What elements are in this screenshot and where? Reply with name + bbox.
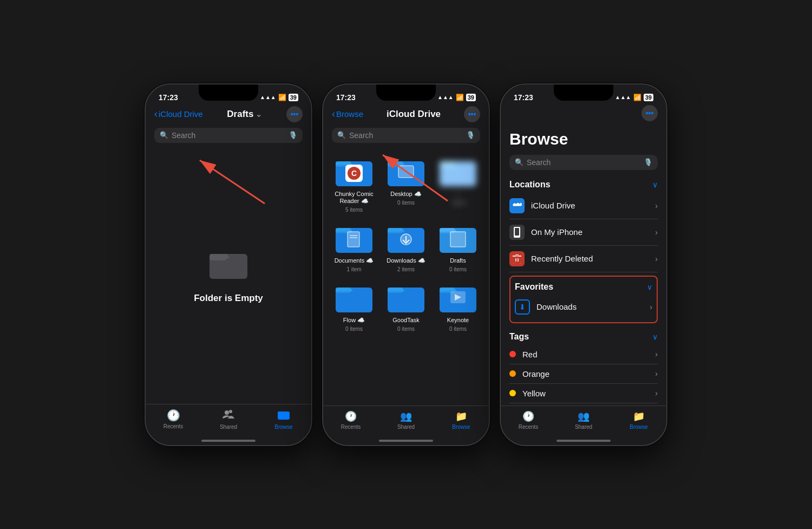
wifi-icon-2: 📶 [456, 94, 464, 101]
folder-grid-2: C Chunky ComicReader ☁️ 5 items [323, 147, 489, 341]
browse-icon-2: 📁 [455, 410, 467, 422]
phones-container: 17:23 ▲▲▲ 📶 39 ‹ iCloud Drive Drafts ⌄ •… [145, 83, 667, 446]
folder-documents[interactable]: Documents ☁️ 1 item [329, 218, 379, 277]
tab-shared-2[interactable]: 👥 Shared [378, 410, 434, 430]
status-icons-3: ▲▲▲ 📶 39 [615, 94, 653, 101]
home-bar-1 [201, 440, 256, 442]
mic-icon-2[interactable]: 🎙️ [466, 131, 475, 139]
home-bar-3 [556, 440, 611, 442]
location-deleted[interactable]: Recently Deleted › [509, 246, 658, 272]
locations-chevron[interactable]: ∨ [652, 180, 658, 189]
time-3: 17:23 [514, 93, 533, 102]
shared-label-2: Shared [397, 424, 415, 430]
back-arrow-2: ‹ [332, 108, 335, 120]
tab-browse-1[interactable]: Browse [256, 409, 311, 430]
folder-icon-keynote [438, 282, 477, 315]
tag-yellow[interactable]: Yellow › [509, 384, 658, 403]
location-deleted-chevron: › [655, 254, 658, 263]
folder-goodtask[interactable]: GoodTask 0 items [381, 278, 431, 336]
locations-title: Locations [509, 180, 551, 190]
location-iphone[interactable]: On My iPhone › [509, 219, 658, 246]
folder-blurred-1[interactable]: ··· · items [433, 152, 483, 217]
folder-count-downloads: 2 items [397, 266, 415, 272]
tab-shared-3[interactable]: 👥 Shared [556, 410, 611, 430]
folder-name-downloads: Downloads ☁️ [387, 257, 425, 264]
phone-notch-1 [199, 84, 258, 101]
folder-count-drafts: 0 items [449, 266, 467, 272]
svg-text:C: C [351, 169, 357, 178]
location-icloud-left: iCloud Drive [509, 198, 575, 213]
shared-icon-2: 👥 [400, 410, 412, 422]
signal-icon-3: ▲▲▲ [615, 94, 631, 100]
time-1: 17:23 [159, 93, 178, 102]
wifi-icon-1: 📶 [278, 94, 286, 101]
favorite-downloads[interactable]: ⬇ Downloads › [515, 294, 652, 320]
search-bar-1[interactable]: 🔍 Search 🎙️ [154, 128, 303, 143]
browse-label-1: Browse [274, 424, 292, 430]
scroll-area-2: C Chunky ComicReader ☁️ 5 items [323, 147, 489, 406]
location-deleted-name: Recently Deleted [531, 254, 593, 263]
more-button-3[interactable]: ••• [641, 105, 658, 121]
empty-state-1: Folder is Empty [146, 147, 311, 404]
search-bar-3[interactable]: 🔍 Search 🎙️ [509, 155, 658, 170]
tag-red-left: Red [509, 350, 538, 359]
folder-count-blurred: · items [450, 200, 466, 206]
favorites-chevron[interactable]: ∨ [647, 283, 652, 291]
back-button-1[interactable]: ‹ iCloud Drive [154, 108, 203, 120]
icloud-icon [509, 198, 525, 213]
more-button-2[interactable]: ••• [464, 106, 480, 122]
folder-name-keynote: Keynote [447, 317, 469, 324]
mic-icon-3[interactable]: 🎙️ [644, 158, 652, 166]
location-icloud-name: iCloud Drive [531, 201, 575, 210]
folder-count-chunky: 5 items [345, 207, 363, 213]
svg-rect-22 [348, 232, 359, 247]
recents-icon-1: 🕐 [167, 409, 180, 422]
browse-label-2: Browse [452, 424, 470, 430]
favorites-header: Favorites ∨ [515, 279, 652, 294]
folder-drafts[interactable]: Drafts 0 items [433, 218, 483, 277]
folder-keynote[interactable]: Keynote 0 items [433, 278, 483, 336]
folder-icon-desktop [387, 156, 425, 188]
recents-icon-3: 🕐 [522, 410, 534, 422]
iphone-icon [509, 225, 525, 240]
phone-1: 17:23 ▲▲▲ 📶 39 ‹ iCloud Drive Drafts ⌄ •… [145, 83, 312, 446]
nav-title-text-1: Drafts [227, 109, 253, 120]
battery-icon-3: 39 [644, 94, 653, 101]
folder-chunky[interactable]: C Chunky ComicReader ☁️ 5 items [329, 152, 379, 217]
home-indicator-2 [323, 441, 489, 445]
tab-shared-1[interactable]: Shared [201, 409, 256, 430]
folder-flow[interactable]: Flow ☁️ 0 items [329, 278, 379, 336]
tag-red[interactable]: Red › [509, 345, 658, 364]
browse-label-3: Browse [630, 424, 647, 430]
folder-downloads[interactable]: Downloads ☁️ 2 items [381, 218, 431, 277]
location-icloud[interactable]: iCloud Drive › [509, 193, 658, 219]
more-button-1[interactable]: ••• [286, 106, 303, 122]
back-button-2[interactable]: ‹ Browse [332, 108, 363, 120]
mic-icon-1[interactable]: 🎙️ [289, 131, 297, 139]
nav-chevron-1[interactable]: ⌄ [256, 110, 262, 119]
location-deleted-left: Recently Deleted [509, 251, 593, 266]
tab-browse-2[interactable]: 📁 Browse [434, 410, 489, 430]
folder-name-flow: Flow ☁️ [343, 317, 365, 324]
browse-icon-1 [278, 409, 290, 422]
nav-bar-1: ‹ iCloud Drive Drafts ⌄ ••• [146, 104, 311, 126]
svg-rect-41 [515, 228, 519, 236]
top-bar-3: ••• [501, 104, 666, 123]
phone-3: 17:23 ▲▲▲ 📶 39 ••• Browse 🔍 Search 🎙️ [500, 83, 667, 446]
wifi-icon-3: 📶 [633, 94, 641, 101]
trash-icon [509, 251, 525, 266]
folder-desktop[interactable]: Desktop ☁️ 0 items [381, 152, 431, 217]
tag-orange[interactable]: Orange › [509, 364, 658, 384]
tab-browse-3[interactable]: 📁 Browse [611, 410, 666, 430]
tab-recents-2[interactable]: 🕐 Recents [323, 410, 378, 430]
empty-text-1: Folder is Empty [194, 293, 263, 304]
search-bar-2[interactable]: 🔍 Search 🎙️ [332, 128, 480, 143]
browse-title-3: Browse [509, 128, 658, 153]
tab-recents-3[interactable]: 🕐 Recents [501, 410, 556, 430]
downloads-fav-icon: ⬇ [515, 299, 530, 315]
tab-recents-1[interactable]: 🕐 Recents [146, 409, 201, 429]
browse-icon-3: 📁 [633, 410, 645, 422]
tags-chevron[interactable]: ∨ [652, 332, 658, 341]
location-icloud-chevron: › [655, 201, 658, 210]
shared-icon-3: 👥 [578, 410, 590, 422]
